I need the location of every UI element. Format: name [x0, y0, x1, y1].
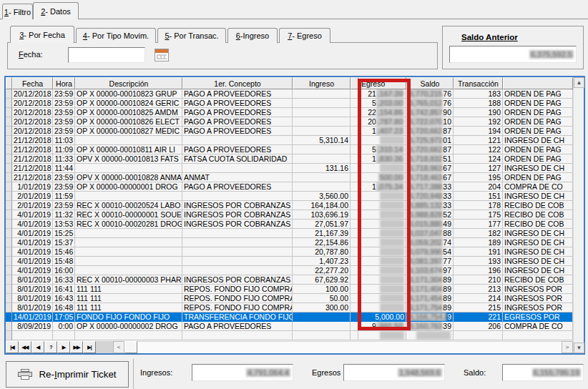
sub-tab-7[interactable]: 7 - Egreso	[279, 28, 330, 43]
egreso-redacted: 500.00	[378, 173, 404, 182]
table-row[interactable]: 20/12/201823:59OP X 00000-00010826 ELECT…	[6, 117, 573, 127]
nav-button-6[interactable]: ▶|	[83, 341, 96, 353]
table-row[interactable]: 8/01/201916:33REC X 00010-00000003 PHARI…	[6, 275, 573, 285]
main-tab-1[interactable]: 1 - Filtro	[2, 4, 33, 19]
sub-tab-6[interactable]: 6 -Ingreso	[227, 28, 278, 43]
table-row[interactable]: 2/01/201923:59REC X 00010-00020524 LABOI…	[6, 201, 573, 210]
cell-hora: 16:43	[53, 294, 75, 303]
tab-rest: - Filtro	[9, 8, 31, 16]
cell-hora: 15:46	[53, 247, 75, 257]
cell-saldo: 5,988,828.52	[406, 210, 454, 220]
row-indicator	[6, 312, 12, 322]
scroll-up-icon[interactable]: ▲	[574, 77, 584, 88]
table-row[interactable]: 1/01/201923:59OP X 00000-00000001 DROGPA…	[6, 182, 573, 192]
row-indicator	[6, 127, 12, 136]
egreso-redacted	[380, 303, 404, 312]
cell-transaccion: 196	[454, 266, 503, 275]
table-row[interactable]: 21/12/201811:33OPV X 00000-00010813 FATS…	[6, 154, 573, 164]
nav-button-0[interactable]: |◀	[6, 341, 19, 353]
nav-button-5[interactable]: ▶▶	[70, 341, 83, 353]
cell-ingreso: 22,277.20	[293, 266, 351, 275]
cell-concepto	[182, 164, 293, 173]
table-row[interactable]: 8/01/201916:48111 111REPOS. FONDO FIJO C…	[6, 303, 573, 312]
sub-tab-4[interactable]: 4 - Por Tipo Movim.	[76, 28, 156, 43]
cell-gap	[351, 285, 358, 294]
cell-tipo: INGRESO DE CH	[503, 192, 573, 201]
cell-egreso	[358, 247, 406, 257]
cell-saldo: 5,720,948.33	[406, 192, 454, 201]
cell-gap	[351, 303, 358, 312]
saldo-redacted: 5,718,463.	[408, 173, 442, 182]
cell-egreso: 5,000.00	[358, 312, 406, 322]
nav-button-1[interactable]: ◀◀	[19, 341, 31, 353]
cell-tipo: INGRESO DE CH	[503, 164, 573, 173]
table-row[interactable]: 2/01/201911:593,560.00 5,720,948.33151IN…	[6, 192, 573, 201]
vertical-scrollbar[interactable]: ▲ ▼	[573, 77, 584, 353]
cell-fecha: 21/12/2018	[12, 136, 53, 145]
table-row[interactable]: 21/12/201811:44131.16 5,718,963.67127ING…	[6, 164, 573, 173]
scroll-down-icon[interactable]: ▼	[574, 343, 584, 353]
cell-saldo: 5,720,662.87	[406, 127, 454, 136]
hscroll-track[interactable]	[137, 341, 562, 353]
cell-hora: 23:59	[53, 108, 75, 117]
nav-button-3[interactable]: ?	[44, 341, 57, 353]
row-indicator	[6, 89, 12, 99]
egreso-redacted	[380, 210, 404, 219]
table-row[interactable]: 20/12/201823:59OP X 00000-00010827 MEDIC…	[6, 127, 573, 136]
cell-fecha: 8/01/2019	[12, 285, 53, 294]
saldo-redacted	[416, 331, 451, 340]
cell-fecha: 14/01/2019	[12, 312, 53, 322]
cell-egreso	[358, 136, 406, 145]
cell-saldo: 6,171,304.89	[406, 275, 454, 285]
cell-saldo: 6,171,754.89	[406, 303, 454, 312]
cell-tipo: INGRESO DE CH	[503, 136, 573, 145]
cell-saldo: 6,160,763.39	[406, 322, 454, 331]
cell-fecha: 4/01/2019	[12, 220, 53, 229]
saldo-redacted: 5,717,388.	[408, 182, 442, 191]
cell-tipo: ORDEN DE PAG	[503, 89, 573, 99]
saldo-field: 6,155,786.19	[502, 364, 584, 381]
cell-ingreso	[293, 182, 351, 192]
table-row[interactable]: 4/01/201913:53REC X 00010-00020281 DROGI…	[6, 220, 573, 229]
cell-ingreso	[293, 127, 351, 136]
table-row[interactable]: 8/01/201916:43111 111REPOS. FONDO FIJO C…	[6, 294, 573, 303]
table-row[interactable]: 4/01/201916:0022,277.20 6,103,674.97196I…	[6, 266, 573, 275]
navigator-buttons: |◀◀◀◀?▶▶▶▶|	[6, 341, 96, 353]
nav-button-4[interactable]: ▶	[57, 341, 70, 353]
table-row[interactable]: 14/01/201917:05FONDO FIJO FONDO FIJOTRAN…	[6, 312, 573, 322]
main-tab-2[interactable]: 2 - Datos	[33, 2, 79, 19]
table-row[interactable]: 4/01/201915:481,407.23 6,081,397.77193IN…	[6, 257, 573, 266]
reprint-ticket-button[interactable]: Re-Imprimir Ticket	[6, 361, 129, 388]
table-row[interactable]: 4/01/201915:4620,787.80 6,079,990.54191I…	[6, 247, 573, 257]
fecha-input[interactable]	[68, 47, 145, 63]
cell-egreso	[358, 220, 406, 229]
hscroll-left-icon[interactable]: <	[113, 341, 124, 353]
cell-descripcion: REC X 00010-00020524 LABO	[75, 201, 182, 210]
hscroll-right-icon[interactable]: >	[562, 341, 573, 353]
table-row[interactable]: 4/01/201915:3722,154.86 6,059,202.74189I…	[6, 238, 573, 247]
egreso-redacted	[380, 247, 404, 256]
hscroll-thumb[interactable]	[124, 341, 137, 353]
sub-tab-3[interactable]: 3 - Por Fecha	[10, 26, 74, 43]
table-row[interactable]: 20/12/201823:59OP X 00000-00010825 AMDMP…	[6, 108, 573, 117]
fecha-label-key: F	[19, 50, 24, 59]
table-row[interactable]	[6, 331, 573, 340]
table-row[interactable]: 4/01/201911:32REC X 00010-00000001 SOUEI…	[6, 210, 573, 220]
table-row[interactable]: 8/09/20190:00OP X 00000-00000002 DROGPAG…	[6, 322, 573, 331]
table-row[interactable]: 20/12/201823:59OP X 00000-00010824 GERIC…	[6, 99, 573, 108]
nav-button-2[interactable]: ◀	[31, 341, 44, 353]
cell-egreso: 5,203.00	[358, 99, 406, 108]
cell-fecha: 2/01/2019	[12, 201, 53, 210]
table-row[interactable]: 8/01/201916:41111 111REPOS. FONDO FIJO C…	[6, 285, 573, 294]
row-indicator	[6, 275, 12, 285]
sub-tab-5[interactable]: 5 - Por Transac.	[157, 28, 226, 43]
cell-transaccion: 204	[454, 182, 503, 192]
table-row[interactable]: 20/12/201823:59OP X 00000-00010823 GRUPP…	[6, 89, 573, 99]
table-row[interactable]: 21/12/201811:035,310.14 5,725,973.01121I…	[6, 136, 573, 145]
calendar-icon[interactable]	[155, 49, 169, 61]
table-row[interactable]: 21/12/201823:59OPV X 00000-00010828 ANMA…	[6, 173, 573, 182]
table-row[interactable]: 21/12/201811:09OP X 00000-00010811 AIR L…	[6, 145, 573, 154]
egresos-field: 1,948,569.6	[343, 364, 445, 381]
cell-concepto: INGRESOS POR COBRANZAS	[182, 201, 293, 210]
table-row[interactable]: 4/01/201915:2521,167.39 6,037,047.88182I…	[6, 229, 573, 238]
